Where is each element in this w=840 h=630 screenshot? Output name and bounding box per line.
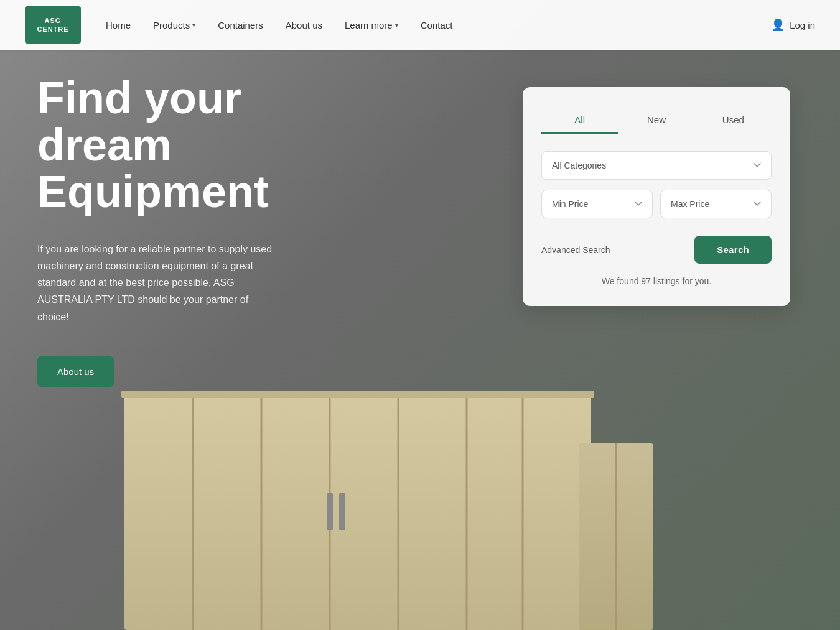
search-tabs: All New Used xyxy=(541,107,772,134)
price-row: Min Price $1,000 $5,000 $10,000 $50,000 … xyxy=(541,190,772,218)
svg-rect-0 xyxy=(124,394,591,630)
logo[interactable]: ASG CENTRE xyxy=(25,6,81,44)
nav-home[interactable]: Home xyxy=(106,20,131,30)
nav-right: 👤 Log in xyxy=(771,18,815,32)
logo-text: ASG CENTRE xyxy=(37,16,68,34)
user-icon: 👤 xyxy=(771,18,785,32)
learn-more-chevron-icon: ▾ xyxy=(395,22,398,29)
svg-rect-9 xyxy=(121,391,594,398)
category-group: All Categories Machinery Construction Co… xyxy=(541,151,772,180)
nav-contact[interactable]: Contact xyxy=(421,20,453,30)
tab-new[interactable]: New xyxy=(618,107,694,134)
hero-content: Find your dream Equipment If you are loo… xyxy=(37,75,361,387)
tab-all[interactable]: All xyxy=(541,107,618,134)
nav-containers[interactable]: Containers xyxy=(218,20,263,30)
hero-section: Find your dream Equipment If you are loo… xyxy=(0,0,840,630)
svg-rect-7 xyxy=(327,493,333,530)
hero-title: Find your dream Equipment xyxy=(37,75,361,216)
login-link[interactable]: Log in xyxy=(790,20,815,30)
advanced-search-link[interactable]: Advanced Search xyxy=(541,245,610,255)
category-select[interactable]: All Categories Machinery Construction Co… xyxy=(541,151,772,180)
nav-learn-more[interactable]: Learn more ▾ xyxy=(345,20,398,30)
nav-products[interactable]: Products ▾ xyxy=(153,20,195,30)
max-price-select[interactable]: Max Price $10,000 $50,000 $100,000 $500,… xyxy=(660,190,772,218)
products-chevron-icon: ▾ xyxy=(192,22,195,29)
search-card: All New Used All Categories Machinery Co… xyxy=(523,87,790,306)
min-price-select[interactable]: Min Price $1,000 $5,000 $10,000 $50,000 xyxy=(541,190,653,218)
tab-used[interactable]: Used xyxy=(695,107,772,134)
navigation: ASG CENTRE Home Products ▾ Containers Ab… xyxy=(0,0,840,50)
about-us-button[interactable]: About us xyxy=(37,356,114,387)
svg-rect-8 xyxy=(339,493,345,530)
hero-subtitle: If you are looking for a reliable partne… xyxy=(37,241,274,325)
result-text: We found 97 listings for you. xyxy=(541,276,772,286)
search-footer: Advanced Search Search xyxy=(541,236,772,264)
nav-links: Home Products ▾ Containers About us Lear… xyxy=(106,20,771,30)
search-button[interactable]: Search xyxy=(694,236,772,264)
nav-about[interactable]: About us xyxy=(286,20,322,30)
